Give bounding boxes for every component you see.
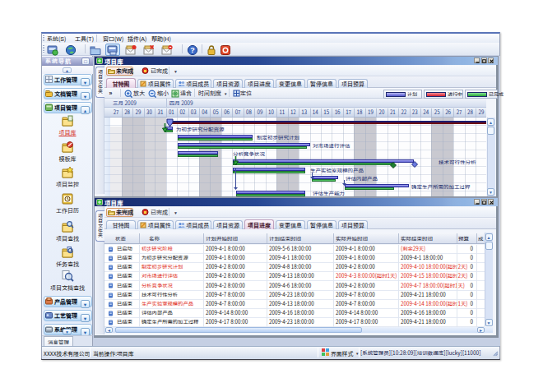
svg-text:?: ?: [190, 46, 195, 54]
